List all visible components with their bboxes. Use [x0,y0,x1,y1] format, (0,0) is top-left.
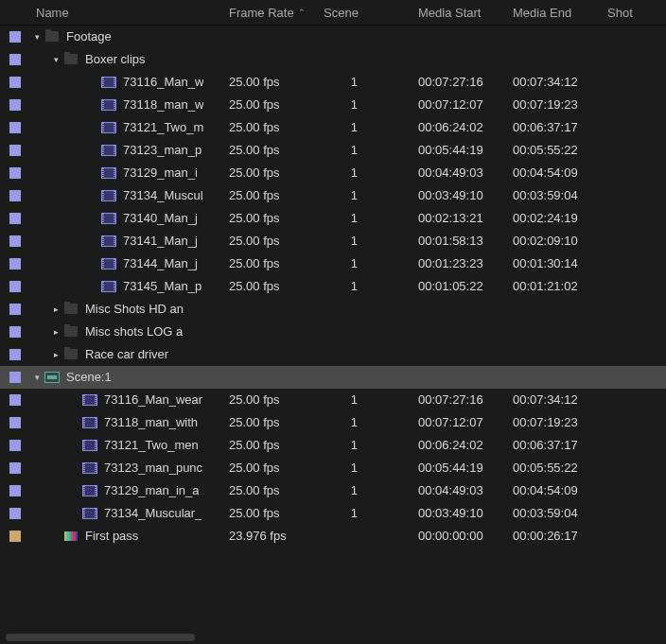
label-swatch[interactable] [9,508,21,519]
project-row[interactable]: 73121_Two_m25.00 fps100:06:24:0200:06:37… [0,116,666,139]
media-end-cell: 00:01:30:14 [507,256,602,270]
name-cell[interactable]: ▾Footage [30,29,223,44]
name-cell[interactable]: 73129_man_in_a [30,483,223,497]
label-swatch[interactable] [9,167,21,179]
frame-rate-cell: 25.00 fps [223,211,318,225]
label-swatch[interactable] [9,440,21,451]
name-cell[interactable]: 73118_man_w [30,97,223,112]
label-swatch[interactable] [9,394,21,406]
item-name: 73129_man_in_a [104,483,199,497]
project-row[interactable]: First pass23.976 fps00:00:00:0000:00:26:… [0,525,666,548]
disclosure-closed-icon[interactable]: ▸ [49,350,62,359]
name-cell[interactable]: ▾Boxer clips [30,52,223,66]
name-cell[interactable]: ▾Scene:1 [30,370,223,384]
column-header-scene[interactable]: Scene [318,0,412,25]
project-row[interactable]: ▾Boxer clips [0,48,666,71]
name-cell[interactable]: 73129_man_i [30,165,223,180]
name-cell[interactable]: ▸Misc Shots HD an [30,302,223,316]
project-row[interactable]: ▸Misc Shots HD an [0,298,666,321]
label-swatch[interactable] [9,145,21,156]
name-cell[interactable]: 73134_Muscular_ [30,506,223,520]
project-row[interactable]: ▾Scene:1 [0,366,666,389]
label-swatch[interactable] [9,417,21,428]
name-cell[interactable]: 73116_Man_w [30,75,223,89]
label-swatch[interactable] [9,99,21,111]
clip-icon [100,167,117,179]
frame-rate-cell: 25.00 fps [223,506,318,520]
name-cell[interactable]: 73123_man_p [30,143,223,157]
project-row[interactable]: 73144_Man_j25.00 fps100:01:23:2300:01:30… [0,252,666,275]
column-header-shot[interactable]: Shot [602,0,666,25]
label-swatch[interactable] [9,77,21,88]
clip-icon [100,281,117,292]
column-header-frame-rate[interactable]: Frame Rate ⌃ [223,0,318,25]
clip-icon [100,213,117,224]
column-header-name[interactable]: Name [30,0,223,25]
project-row[interactable]: 73118_man_w25.00 fps100:07:12:0700:07:19… [0,94,666,116]
label-swatch[interactable] [9,258,21,270]
item-name: 73134_Muscul [123,188,203,202]
label-swatch[interactable] [9,462,21,474]
disclosure-open-icon[interactable]: ▾ [30,373,44,382]
name-cell[interactable]: First pass [30,529,223,543]
project-row[interactable]: 73123_man_punc25.00 fps100:05:44:1900:05… [0,457,666,479]
name-cell[interactable]: 73121_Two_m [30,120,223,134]
column-header-media-start[interactable]: Media Start [412,0,507,25]
project-row[interactable]: 73134_Muscul25.00 fps100:03:49:1000:03:5… [0,184,666,207]
label-swatch[interactable] [9,235,21,247]
project-row[interactable]: 73116_Man_wear25.00 fps100:07:27:1600:07… [0,389,666,411]
project-row[interactable]: 73129_man_in_a25.00 fps100:04:49:0300:04… [0,479,666,502]
scene-cell: 1 [318,506,412,520]
label-swatch[interactable] [9,281,21,292]
project-row[interactable]: ▸Misc shots LOG a [0,321,666,343]
clip-icon [100,190,117,201]
name-cell[interactable]: 73116_Man_wear [30,392,223,407]
project-row[interactable]: 73129_man_i25.00 fps100:04:49:0300:04:54… [0,162,666,184]
media-start-cell: 00:04:49:03 [412,165,507,180]
label-swatch[interactable] [9,485,21,496]
name-cell[interactable]: 73134_Muscul [30,188,223,202]
project-row[interactable]: 73140_Man_j25.00 fps100:02:13:2100:02:24… [0,207,666,230]
item-name: 73129_man_i [123,165,198,180]
project-row[interactable]: 73121_Two_men25.00 fps100:06:24:0200:06:… [0,434,666,457]
project-rows: ▾Footage▾Boxer clips73116_Man_w25.00 fps… [0,26,666,631]
project-row[interactable]: 73116_Man_w25.00 fps100:07:27:1600:07:34… [0,71,666,94]
name-cell[interactable]: 73145_Man_p [30,279,223,293]
label-swatch[interactable] [9,31,21,43]
horizontal-scrollbar[interactable] [0,631,666,644]
label-swatch[interactable] [9,213,21,224]
label-swatch[interactable] [9,349,21,360]
column-header-media-end[interactable]: Media End [507,0,602,25]
project-panel: Name Frame Rate ⌃ Scene Media Start Medi… [0,0,666,644]
media-end-cell: 00:07:34:12 [507,75,602,89]
scene-cell: 1 [318,75,412,89]
disclosure-closed-icon[interactable]: ▸ [49,305,62,314]
item-name: 73141_Man_j [123,234,198,248]
project-row[interactable]: 73141_Man_j25.00 fps100:01:58:1300:02:09… [0,230,666,252]
label-swatch[interactable] [9,304,21,315]
project-row[interactable]: 73118_man_with25.00 fps100:07:12:0700:07… [0,411,666,434]
label-swatch[interactable] [9,122,21,133]
disclosure-open-icon[interactable]: ▾ [30,32,44,42]
name-cell[interactable]: 73141_Man_j [30,234,223,248]
name-cell[interactable]: 73123_man_punc [30,461,223,475]
project-row[interactable]: 73145_Man_p25.00 fps100:01:05:2200:01:21… [0,275,666,298]
project-row[interactable]: 73123_man_p25.00 fps100:05:44:1900:05:55… [0,139,666,162]
disclosure-closed-icon[interactable]: ▸ [49,327,62,337]
project-row[interactable]: 73134_Muscular_25.00 fps100:03:49:1000:0… [0,502,666,525]
name-cell[interactable]: ▸Misc shots LOG a [30,324,223,339]
project-row[interactable]: ▾Footage [0,26,666,48]
horizontal-scrollbar-thumb[interactable] [6,634,195,641]
label-swatch[interactable] [9,372,21,383]
project-row[interactable]: ▸Race car driver [0,343,666,366]
name-cell[interactable]: ▸Race car driver [30,347,223,361]
name-cell[interactable]: 73121_Two_men [30,438,223,452]
disclosure-open-icon[interactable]: ▾ [49,55,62,64]
name-cell[interactable]: 73140_Man_j [30,211,223,225]
name-cell[interactable]: 73144_Man_j [30,256,223,270]
name-cell[interactable]: 73118_man_with [30,415,223,429]
label-swatch[interactable] [9,190,21,201]
label-swatch[interactable] [9,54,21,65]
label-swatch[interactable] [9,531,21,542]
label-swatch[interactable] [9,326,21,338]
